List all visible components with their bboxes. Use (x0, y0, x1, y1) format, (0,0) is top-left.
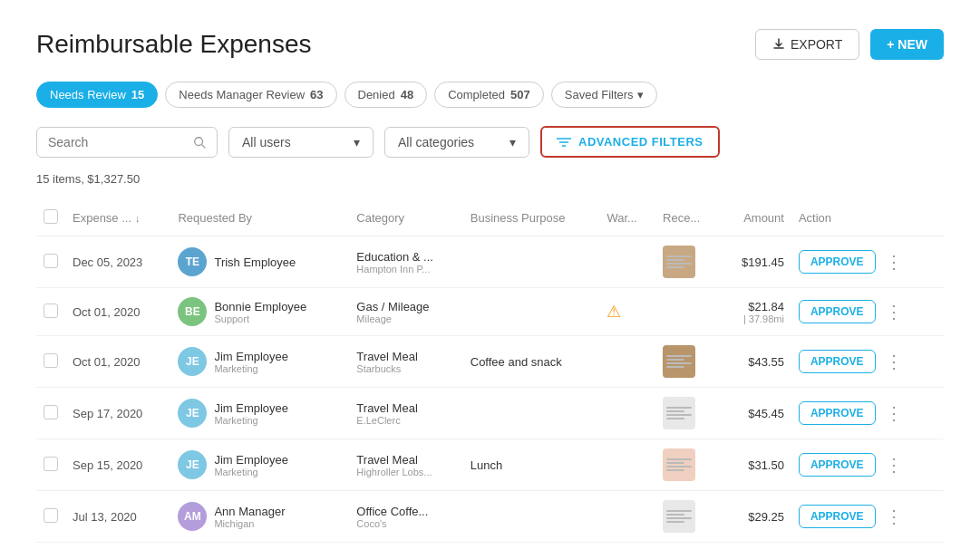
tab-completed[interactable]: Completed 507 (434, 82, 544, 108)
row-checkbox-3[interactable] (44, 405, 58, 419)
page-title: Reimbursable Expenses (36, 30, 312, 59)
user-name-0: Trish Employee (214, 255, 296, 269)
avatar-4: JE (178, 450, 207, 479)
warning-2 (599, 336, 655, 388)
tab-denied[interactable]: Denied 48 (344, 82, 428, 108)
tab-completed-count: 507 (510, 88, 530, 101)
category-3: Travel Meal (356, 401, 455, 415)
receipt-thumbnail-5[interactable] (663, 500, 695, 533)
categories-dropdown-label: All categories (398, 135, 474, 149)
user-dept-2: Marketing (214, 363, 288, 374)
header-actions: EXPORT + NEW (755, 29, 944, 60)
user-name-3: Jim Employee (214, 401, 288, 415)
th-category: Category (349, 200, 462, 236)
business-purpose-1 (463, 288, 600, 336)
user-cell-3: JE Jim Employee Marketing (178, 399, 342, 428)
advanced-filters-button[interactable]: ADVANCED FILTERS (540, 126, 720, 158)
more-actions-button-0[interactable]: ⋮ (881, 251, 907, 273)
table-row: Sep 15, 2020 JE Jim Employee Marketing T… (36, 439, 944, 491)
tab-needs-review[interactable]: Needs Review 15 (36, 82, 158, 108)
tab-needs-review-label: Needs Review (50, 88, 126, 101)
approve-button-0[interactable]: APPROVE (799, 250, 876, 274)
select-all-checkbox[interactable] (44, 209, 58, 224)
th-requested-by: Requested By (170, 200, 349, 236)
svg-line-1 (202, 144, 205, 147)
receipt-thumbnail-0[interactable] (663, 246, 695, 278)
category-0: Education & ... (356, 250, 455, 264)
row-checkbox-4[interactable] (44, 457, 58, 471)
categories-chevron-icon: ▾ (509, 135, 516, 149)
action-cell-5: APPROVE ⋮ (799, 505, 936, 528)
expense-date-5: Jul 13, 2020 (65, 491, 170, 543)
amount-sub-1: | 37.98mi (727, 313, 784, 324)
approve-button-3[interactable]: APPROVE (799, 401, 876, 425)
subcategory-0: Hampton Inn P... (356, 264, 455, 275)
warning-5 (599, 491, 655, 543)
more-actions-button-5[interactable]: ⋮ (881, 506, 907, 527)
receipt-4 (655, 439, 720, 491)
amount-2: $43.55 (727, 355, 784, 369)
tab-needs-manager-review[interactable]: Needs Manager Review 63 (165, 82, 336, 108)
tab-needs-manager-review-label: Needs Manager Review (179, 88, 305, 101)
approve-button-4[interactable]: APPROVE (799, 453, 876, 477)
amount-3: $45.45 (727, 407, 784, 420)
more-actions-button-1[interactable]: ⋮ (881, 301, 907, 323)
action-cell-0: APPROVE ⋮ (799, 250, 936, 274)
tab-denied-count: 48 (401, 88, 413, 101)
more-actions-button-3[interactable]: ⋮ (881, 402, 907, 424)
tab-completed-label: Completed (448, 88, 505, 101)
row-checkbox-2[interactable] (44, 353, 58, 368)
subcategory-4: Highroller Lobs... (356, 467, 455, 477)
business-purpose-2: Coffee and snack (463, 336, 600, 388)
new-button[interactable]: + NEW (870, 29, 944, 60)
category-5: Office Coffe... (356, 505, 455, 518)
warning-0 (599, 236, 655, 288)
tab-saved-filters-label: Saved Filters (565, 88, 634, 101)
avatar-2: JE (178, 347, 207, 376)
approve-button-5[interactable]: APPROVE (799, 505, 876, 528)
category-1: Gas / Mileage (356, 300, 455, 313)
more-actions-button-4[interactable]: ⋮ (881, 454, 907, 476)
warning-1: ⚠ (599, 288, 655, 336)
table-row: Oct 01, 2020 BE Bonnie Employee Support … (36, 288, 944, 336)
category-2: Travel Meal (356, 350, 455, 363)
user-dept-4: Marketing (214, 467, 288, 477)
chevron-down-icon: ▾ (637, 88, 644, 101)
expense-date-0: Dec 05, 2023 (65, 236, 170, 288)
categories-dropdown[interactable]: All categories ▾ (384, 127, 529, 158)
more-actions-button-2[interactable]: ⋮ (881, 351, 907, 372)
receipt-3 (655, 388, 720, 439)
user-cell-4: JE Jim Employee Marketing (178, 450, 342, 479)
receipt-thumbnail-3[interactable] (663, 397, 695, 429)
subcategory-2: Starbucks (356, 363, 455, 374)
receipt-thumbnail-2[interactable] (663, 345, 695, 378)
approve-button-1[interactable]: APPROVE (799, 300, 876, 323)
th-expense-date[interactable]: Expense ... ↓ (65, 200, 170, 236)
users-dropdown[interactable]: All users ▾ (228, 127, 374, 158)
th-receipt: Rece... (655, 200, 720, 236)
tab-saved-filters[interactable]: Saved Filters ▾ (551, 82, 657, 108)
search-box[interactable] (36, 127, 218, 158)
export-label: EXPORT (791, 37, 842, 52)
receipt-1 (655, 288, 720, 336)
expenses-table: Expense ... ↓ Requested By Category Busi… (36, 200, 944, 543)
search-input[interactable] (48, 135, 186, 149)
action-cell-3: APPROVE ⋮ (799, 401, 936, 425)
th-action: Action (791, 200, 944, 236)
approve-button-2[interactable]: APPROVE (799, 350, 876, 373)
expense-date-4: Sep 15, 2020 (65, 439, 170, 491)
receipt-thumbnail-4[interactable] (663, 448, 695, 481)
row-checkbox-5[interactable] (44, 508, 58, 523)
filter-icon (557, 136, 571, 149)
business-purpose-5 (463, 491, 600, 543)
advanced-filters-label: ADVANCED FILTERS (578, 135, 703, 149)
sort-icon: ↓ (135, 213, 141, 224)
category-4: Travel Meal (356, 453, 455, 467)
row-checkbox-1[interactable] (44, 304, 58, 318)
items-count: 15 items, $1,327.50 (36, 172, 944, 186)
export-button[interactable]: EXPORT (755, 29, 859, 60)
business-purpose-4: Lunch (463, 439, 600, 491)
row-checkbox-0[interactable] (44, 254, 58, 268)
avatar-1: BE (178, 297, 207, 326)
receipt-2 (655, 336, 720, 388)
